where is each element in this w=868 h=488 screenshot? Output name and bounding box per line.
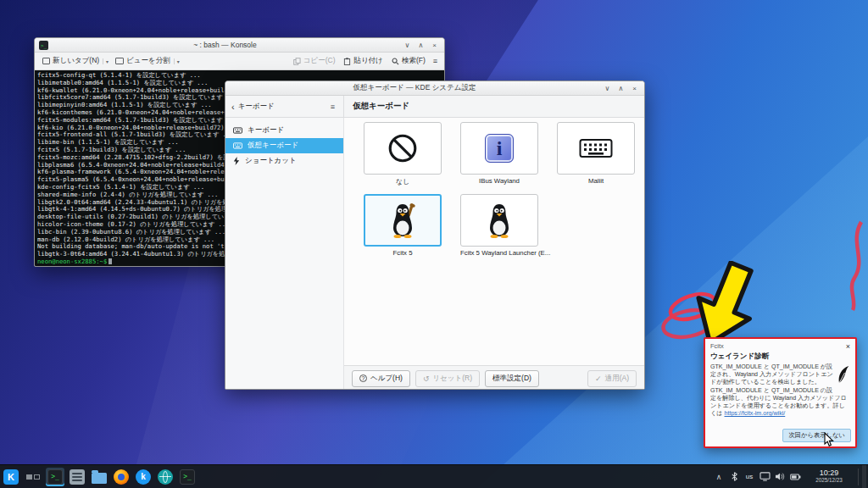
copy-icon: [293, 58, 301, 65]
konsole-app-icon: >_: [39, 41, 48, 50]
clock-date: 2025/12/23: [806, 478, 852, 484]
show-desktop-button[interactable]: [862, 465, 866, 488]
option-label: Fcitx 5 Wayland Launcher (E...: [460, 249, 538, 257]
help-icon: ?: [359, 374, 367, 382]
sidebar-menu-icon[interactable]: ≡: [328, 103, 337, 111]
tux-icon: [388, 202, 417, 239]
konsole-icon: >_: [47, 469, 63, 485]
search-button[interactable]: 検索(F): [388, 54, 429, 68]
pager-icon: [26, 474, 40, 480]
option-none[interactable]: なし: [364, 122, 442, 186]
minimize-button[interactable]: ∨: [602, 83, 613, 94]
close-button[interactable]: ×: [629, 83, 640, 94]
taskbar-system-settings-button[interactable]: [68, 468, 86, 486]
reset-button[interactable]: ↺ リセット(R): [415, 370, 480, 387]
close-button[interactable]: ×: [429, 40, 440, 51]
terminal-cursor: [108, 258, 112, 264]
tux-icon: [485, 202, 514, 239]
reset-label: リセット(R): [432, 374, 472, 384]
paste-icon: [343, 58, 351, 65]
shortcuts-icon: [233, 157, 240, 165]
sidebar-item-label: ショートカット: [245, 156, 297, 166]
option-label: IBus Wayland: [460, 177, 538, 185]
split-view-dropdown-icon[interactable]: ▾: [174, 58, 180, 64]
fcitx-pen-icon: [837, 365, 850, 386]
digital-clock[interactable]: 10:29 2025/12/23: [806, 469, 852, 483]
sidebar-item-label: 仮想キーボード: [248, 141, 298, 151]
settings-footer: ? ヘルプ(H) ↺ リセット(R) 標準設定(D) ✓ 適用(A): [344, 365, 644, 390]
new-tab-dropdown-icon[interactable]: ▾: [103, 58, 108, 64]
sidebar-item-label: キーボード: [248, 125, 284, 136]
bluetooth-icon[interactable]: [727, 470, 741, 484]
battery-icon[interactable]: [788, 470, 802, 484]
apply-label: 適用(A): [605, 374, 629, 384]
keyboard-layout-indicator[interactable]: us: [743, 470, 756, 484]
firefox-icon: [114, 469, 129, 485]
settings-titlebar[interactable]: 仮想キーボード — KDE システム設定 ∨ ∧ ×: [225, 81, 644, 96]
folder-icon: [92, 473, 107, 484]
ibus-icon: i: [485, 134, 514, 163]
sidebar-item-virtual-keyboard[interactable]: 仮想キーボード: [225, 138, 343, 153]
taskbar-konsole2-button[interactable]: >_: [178, 468, 197, 486]
dismiss-button[interactable]: 次回から表示しない: [782, 429, 851, 442]
shell-prompt: neon@neon-sx2885:~$: [37, 258, 107, 265]
sidebar-item-shortcuts[interactable]: ショートカット: [225, 153, 343, 169]
mouse-cursor: [824, 432, 834, 447]
minimize-button[interactable]: ∨: [402, 40, 413, 51]
globe-icon: [158, 469, 173, 485]
option-fcitx5-wayland-launcher[interactable]: Fcitx 5 Wayland Launcher (E...: [460, 194, 538, 257]
panel-divider: [858, 469, 859, 485]
split-view-button[interactable]: ビューを分割 ▾: [112, 54, 183, 68]
konsole-window-title: ~ : bash — Konsole: [51, 41, 399, 49]
konsole-toolbar: 新しいタブ(N) ▾ ビューを分割 ▾ コピー(C): [35, 53, 444, 70]
taskbar-kde-app-button[interactable]: k: [134, 468, 153, 486]
maximize-button[interactable]: ∧: [615, 83, 626, 94]
red-scribble-edge: [844, 219, 868, 313]
defaults-label: 標準設定(D): [492, 374, 531, 384]
sidebar-item-keyboard[interactable]: キーボード: [225, 123, 343, 138]
desktop-background: >_ ~ : bash — Konsole ∨ ∧ × 新しいタブ(N) ▾ ビ…: [0, 0, 868, 488]
tray-expander-icon[interactable]: ∧: [712, 470, 726, 484]
new-tab-button[interactable]: 新しいタブ(N) ▾: [39, 54, 112, 68]
konsole-titlebar[interactable]: >_ ~ : bash — Konsole ∨ ∧ ×: [35, 38, 444, 53]
option-fcitx5[interactable]: Fcitx 5: [364, 194, 442, 257]
app-launcher-button[interactable]: K: [2, 468, 20, 486]
taskbar: K >_ k >_ ∧ us 10:29 2025/12/2: [0, 464, 868, 488]
system-settings-icon: [70, 469, 85, 485]
virtual-desktop-pager[interactable]: [24, 468, 42, 486]
back-button[interactable]: ‹ キーボード ≡: [225, 96, 344, 117]
paste-label: 貼り付け: [353, 56, 382, 66]
new-tab-icon: [42, 58, 50, 64]
display-icon[interactable]: [758, 470, 771, 484]
reset-icon: ↺: [423, 374, 430, 383]
back-chevron-icon: ‹: [231, 102, 235, 112]
virtual-keyboard-options: なし i IBus Wayland: [344, 118, 644, 365]
kde-logo-icon: K: [3, 469, 19, 485]
konsole-icon: >_: [180, 469, 195, 485]
notification-link[interactable]: https://fcitx-im.org/wiki/: [725, 410, 786, 417]
copy-button[interactable]: コピー(C): [290, 54, 339, 68]
split-view-label: ビューを分割: [126, 56, 170, 66]
taskbar-konsole-button[interactable]: >_: [46, 468, 64, 486]
new-tab-label: 新しいタブ(N): [53, 56, 99, 66]
maximize-button[interactable]: ∧: [415, 40, 426, 51]
taskbar-browser-button[interactable]: [156, 468, 175, 486]
notification-close-button[interactable]: ×: [846, 343, 850, 350]
apply-button[interactable]: ✓ 適用(A): [587, 370, 637, 387]
defaults-button[interactable]: 標準設定(D): [485, 370, 539, 387]
taskbar-firefox-button[interactable]: [112, 468, 131, 486]
settings-header: ‹ キーボード ≡ 仮想キーボード: [225, 96, 644, 118]
settings-window-title: 仮想キーボード — KDE システム設定: [230, 83, 599, 93]
hamburger-menu-icon[interactable]: ≡: [431, 57, 440, 65]
taskbar-dolphin-button[interactable]: [90, 468, 108, 486]
help-button[interactable]: ? ヘルプ(H): [352, 370, 410, 387]
system-settings-window: 仮想キーボード — KDE システム設定 ∨ ∧ × ‹ キーボード ≡ 仮想キ…: [225, 80, 645, 390]
option-maliit[interactable]: Maliit: [557, 122, 635, 186]
notification-body: GTK_IM_MODULE と QT_IM_MODULE が設定され、Wayla…: [710, 363, 850, 418]
paste-button[interactable]: 貼り付け: [340, 54, 386, 68]
volume-icon[interactable]: [773, 470, 787, 484]
maliit-keyboard-icon: [579, 137, 613, 159]
option-ibus-wayland[interactable]: i IBus Wayland: [460, 122, 538, 186]
system-tray: ∧ us 10:29 2025/12/23: [712, 465, 868, 488]
notification-body-text: GTK_IM_MODULE と QT_IM_MODULE が設定され、Wayla…: [710, 363, 847, 417]
